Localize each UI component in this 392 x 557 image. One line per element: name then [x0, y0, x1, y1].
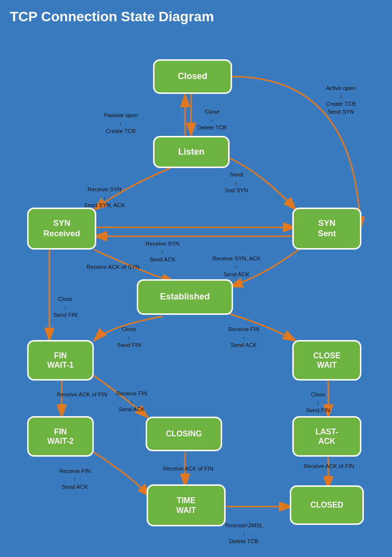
label-active-open: Active open↓Create TCBSend SYN [326, 84, 356, 116]
label-rcv-syn-send-synack: Receive SYN↓Send SYN, ACK [84, 185, 125, 209]
state-syn-received: SYNReceived [27, 208, 96, 250]
state-time-wait: TIMEWAIT [147, 484, 226, 526]
state-last-ack: LAST-ACK [292, 416, 361, 457]
state-close-wait: CLOSEWAIT [292, 340, 361, 381]
label-close-delete-listen: Close↓Delete TCB [197, 108, 227, 131]
label-rcv-fin-send-ack-est: Receive FIN↓Send ACK [228, 325, 259, 349]
state-syn-sent: SYNSent [292, 208, 361, 250]
label-send-snd-syn: Send↓Snd SYN [225, 171, 248, 194]
state-closed: Closed [153, 59, 232, 94]
label-close-send-fin-synrcv: Close↓Send FIN [53, 295, 78, 319]
label-rcv-syn-ack: Receive SYN, ACK↓Send ACK [212, 255, 261, 278]
label-close-send-fin-cw: Close↓Send FIN [306, 390, 330, 414]
state-closed-final: CLOSED [290, 485, 364, 525]
label-timeout: Timeout=2MSL↓Delete TCB [225, 521, 263, 545]
label-rcv-ack-fin-closing: Receive ACK of FIN [163, 465, 213, 472]
label-rcv-ack-fin-fw1: Receive ACK of FIN [57, 390, 107, 398]
label-rcv-fin-send-ack-fw2: Receive FIN↓Send ACK [59, 467, 90, 491]
state-fin-wait-2: FINWAIT-2 [27, 416, 94, 457]
label-rcv-syn-send-ack: Receive SYN↓Send ACK [146, 240, 179, 263]
state-established: Established [137, 279, 233, 315]
label-rcv-ack-syn: Receive ACK of SYN [86, 263, 139, 271]
page-title: TCP Connection State Diagram [0, 0, 392, 30]
label-passive-open: Passive open↓Create TCB [104, 111, 138, 135]
state-closing: CLOSING [146, 417, 222, 451]
label-rcv-ack-fin-lastack: Receive ACK of FIN [304, 462, 354, 470]
state-listen: Listen [153, 136, 230, 168]
label-rcv-fin-send-ack-fw1: Receive FIN↓Send ACK [116, 389, 147, 413]
state-fin-wait-1: FINWAIT-1 [27, 340, 94, 381]
label-close-send-fin-est: Close↓Send FIN [117, 325, 141, 349]
